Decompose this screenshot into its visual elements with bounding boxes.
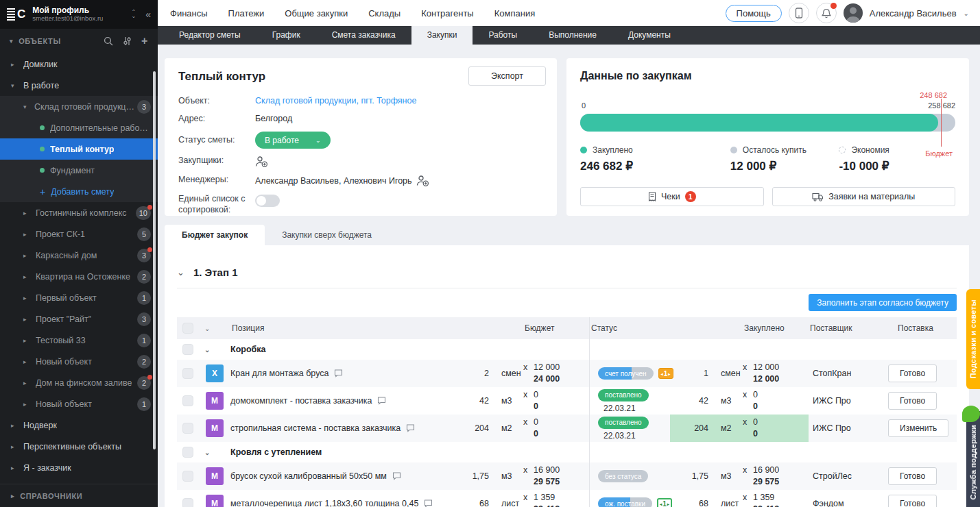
purchased-unit-highlighted: м2 [710, 415, 743, 442]
nav-company[interactable]: Компания [494, 8, 536, 18]
nav-contractors[interactable]: Контрагенты [421, 8, 474, 18]
export-button[interactable]: Экспорт [468, 66, 546, 86]
comment-icon[interactable] [406, 424, 415, 432]
sidebar-item-sklad[interactable]: ▾ Склад готовой продукции, пгт. … 3 [0, 96, 158, 117]
tab-over-budget[interactable]: Закупки сверх бюджета [265, 225, 389, 245]
avatar[interactable] [844, 3, 863, 23]
status-pill[interactable]: счет получен [598, 367, 654, 380]
sidebar-item-teply-kontur-selected[interactable]: Теплый контур [0, 138, 158, 160]
delivery-action-button[interactable]: Готово [888, 495, 937, 507]
sidebar-scrollbar[interactable] [153, 71, 156, 449]
sidebar-item-nodverk[interactable]: ▸ Нодверк [0, 415, 158, 436]
nav-warehouses[interactable]: Склады [368, 8, 401, 18]
content-area: Теплый контур Экспорт Объект: Склад гото… [158, 45, 980, 507]
status-pill[interactable]: поставлено [598, 389, 649, 401]
checks-button[interactable]: Чеки 1 [580, 187, 764, 206]
estimate-status-dropdown[interactable]: В работе ⌄ [255, 132, 331, 149]
objects-section-header[interactable]: ▾ ОБЪЕКТЫ + [0, 29, 158, 53]
expanded-object-group: ▾ Склад готовой продукции, пгт. … 3 Допо… [0, 96, 158, 202]
delivery-action-button[interactable]: Изменить [888, 419, 948, 437]
profile-switch-icon[interactable]: ⌃⌄ [132, 10, 136, 18]
chevron-down-icon[interactable]: ⌄ [200, 346, 230, 354]
sidebar-item-fundament[interactable]: Фундамент [0, 160, 158, 181]
col-position: Позиция [230, 323, 451, 333]
sidebar-item-karkasny[interactable]: ▸ Каркасный дом 3 [0, 245, 158, 266]
comment-icon[interactable] [424, 499, 433, 507]
row-checkbox[interactable] [182, 471, 193, 482]
status-pill[interactable]: поставлено [598, 417, 649, 429]
tab-documents[interactable]: Документы [612, 26, 686, 45]
sorted-list-toggle[interactable] [255, 195, 280, 207]
group-checkbox[interactable] [182, 447, 193, 458]
chevron-down-icon[interactable]: ⌄ [177, 267, 184, 277]
add-estimate-button[interactable]: + Добавить смету [0, 181, 158, 202]
estimate-tabbar: Редактор сметы График Смета заказчика За… [158, 26, 980, 45]
material-requests-button[interactable]: Заявки на материалы [772, 187, 956, 206]
row-checkbox[interactable] [182, 498, 193, 507]
sidebar-item-finsky[interactable]: ▸ Дом на финском заливе 2 [0, 372, 158, 393]
sidebar-item-spravochniki[interactable]: ▸ СПРАВОЧНИКИ [0, 484, 158, 507]
nav-payments[interactable]: Платежи [228, 8, 265, 18]
search-icon[interactable] [104, 36, 113, 46]
sidebar-item-zakazchik[interactable]: ▸ Я - заказчик [0, 457, 158, 478]
sidebar-item-gostinichny[interactable]: ▸ Гостиничный комплекс 10 [0, 202, 158, 223]
select-all-checkbox[interactable] [182, 323, 193, 334]
tab-schedule[interactable]: График [256, 26, 316, 45]
tab-purchase-budget-active[interactable]: Бюджет закупок [165, 225, 265, 245]
chevron-down-icon[interactable]: ⌄ [200, 325, 230, 332]
sidebar-item-domclick[interactable]: ▸ Домклик [0, 53, 158, 75]
sidebar-item-novy1[interactable]: ▸ Новый объект 2 [0, 351, 158, 372]
tab-works[interactable]: Работы [473, 26, 533, 45]
budget-total: 0 [523, 401, 538, 411]
sidebar-item-dop-raboty[interactable]: Дополнительные работы | Фун… [0, 117, 158, 138]
add-manager-icon[interactable] [416, 175, 429, 187]
help-button[interactable]: Помощь [726, 5, 782, 22]
add-buyer-icon[interactable] [255, 156, 268, 168]
status-pill[interactable]: ож. поставки [598, 497, 652, 507]
object-link[interactable]: Склад готовой продукции, пгт. Торфяное [255, 96, 416, 106]
add-object-icon[interactable]: + [141, 36, 148, 47]
sidebar-item-novy2[interactable]: ▸ Новый объект 1 [0, 393, 158, 415]
sidebar-item-sk1[interactable]: ▸ Проект СК-1 5 [0, 223, 158, 245]
sidebar-item-perspektivnye[interactable]: ▸ Перспективные объекты [0, 436, 158, 457]
objects-section-label: ОБЪЕКТЫ [19, 37, 61, 45]
row-checkbox[interactable] [182, 368, 193, 379]
sidebar-collapse-icon[interactable]: « [145, 9, 151, 20]
delivery-action-button[interactable]: Готово [888, 467, 937, 485]
tab-execution[interactable]: Выполнение [533, 26, 612, 45]
group-checkbox[interactable] [182, 344, 193, 355]
budget-marker [941, 99, 942, 147]
caret-right-icon: ▸ [23, 295, 30, 301]
tab-purchases-active[interactable]: Закупки [411, 26, 473, 45]
sidebar-item-testovy[interactable]: ▸ Тестовый 33 1 [0, 330, 158, 351]
filter-icon[interactable] [123, 36, 132, 46]
mobile-app-button[interactable] [789, 3, 809, 23]
fill-stage-button[interactable]: Заполнить этап согласно бюджету [809, 294, 957, 311]
row-checkbox[interactable] [182, 423, 193, 434]
tab-editor[interactable]: Редактор сметы [163, 26, 256, 45]
chevron-down-icon[interactable]: ⌄ [200, 449, 230, 456]
tab-customer-estimate[interactable]: Смета заказчика [316, 26, 411, 45]
comment-icon[interactable] [377, 397, 386, 405]
sidebar-item-rait[interactable]: ▸ Проект "Райт" 3 [0, 308, 158, 330]
sidebar-item-in-work[interactable]: ▾ В работе [0, 75, 158, 96]
comment-icon[interactable] [334, 369, 343, 378]
nav-common-purchases[interactable]: Общие закупки [285, 8, 348, 18]
delivery-action-button[interactable]: Готово [888, 364, 937, 382]
caret-right-icon: ▸ [11, 493, 14, 499]
sidebar-item-kvartira[interactable]: ▸ Квартира на Остоженке 2 [0, 266, 158, 287]
status-pill[interactable]: без статуса [598, 470, 648, 482]
sidebar-item-pervy[interactable]: ▸ Первый объект 1 [0, 287, 158, 308]
notifications-button[interactable] [816, 3, 837, 23]
support-ribbon[interactable]: Служба поддержки [966, 411, 980, 507]
profile-block[interactable]: Мой профиль smetter.test01@inbox.ru [32, 6, 126, 23]
tips-ribbon[interactable]: Подсказки и советы [966, 289, 980, 389]
chevron-down-icon[interactable]: ⌄ [964, 10, 969, 17]
row-checkbox[interactable] [182, 395, 193, 406]
user-name[interactable]: Александр Васильев [870, 8, 957, 18]
comment-icon[interactable] [392, 472, 401, 480]
nav-finances[interactable]: Финансы [170, 8, 208, 18]
caret-right-icon: ▸ [11, 465, 18, 471]
delivery-action-button[interactable]: Готово [888, 392, 937, 410]
group-row-krovlya: ⌄ Кровля с утеплением [177, 442, 957, 462]
